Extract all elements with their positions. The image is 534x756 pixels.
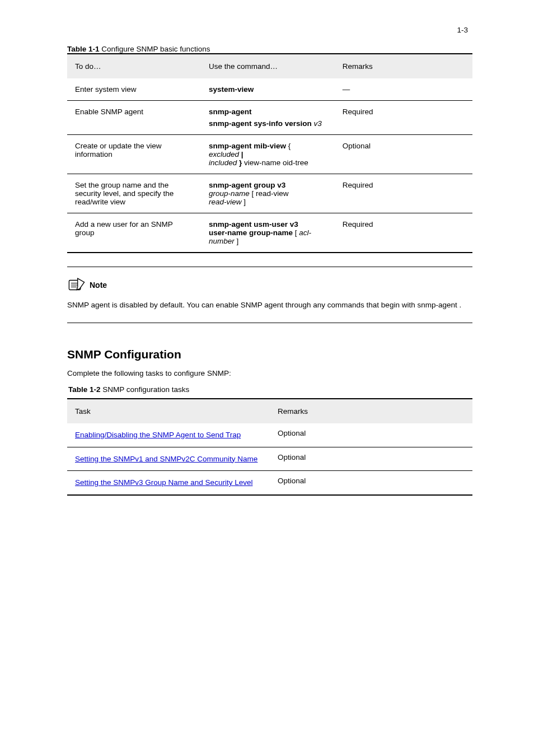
link-group[interactable]: Setting the SNMPv3 Group Name and Securi…	[75, 478, 252, 487]
table-row: Enter system view system-view —	[67, 78, 472, 101]
col-to-do: To do…	[67, 54, 201, 78]
table-row: Set the group name and the security leve…	[67, 174, 472, 213]
table-row: Create or update the view information sn…	[67, 135, 472, 174]
cell: Optional	[270, 471, 472, 495]
table-row: Enable SNMP agent snmp-agent snmp-agent …	[67, 101, 472, 135]
link-snmp-agent[interactable]: Enabling/Disabling the SNMP Agent to Sen…	[75, 431, 241, 439]
cell: Optional	[270, 447, 472, 471]
table-row: Enabling/Disabling the SNMP Agent to Sen…	[67, 423, 472, 447]
cell: Enter system view	[67, 78, 201, 101]
page-number: 1-3	[457, 26, 468, 34]
cell: Set the group name and the security leve…	[67, 174, 201, 213]
table-header-row: Task Remarks	[67, 399, 472, 423]
section-lead: Complete the following tasks to configur…	[67, 369, 472, 377]
cell: system-view	[201, 78, 335, 101]
cell: Required	[335, 213, 472, 253]
cell: —	[335, 78, 472, 101]
cell: Add a new user for an SNMP group	[67, 213, 201, 253]
cell: snmp-agent mib-view { excluded | include…	[201, 135, 335, 174]
cell: snmp-agent usm-user v3 user-name group-n…	[201, 213, 335, 253]
note-icon	[67, 277, 86, 293]
table2-caption: Table 1-2 SNMP configuration tasks	[67, 385, 472, 398]
col-use: Use the command…	[201, 54, 335, 78]
cell: Enable SNMP agent	[67, 101, 201, 135]
cell: Optional	[270, 423, 472, 447]
cell: Create or update the view information	[67, 135, 201, 174]
tasks-table: Task Remarks Enabling/Disabling the SNMP…	[67, 398, 472, 496]
divider	[67, 323, 472, 323]
table-row: Add a new user for an SNMP group snmp-ag…	[67, 213, 472, 253]
cell: Enabling/Disabling the SNMP Agent to Sen…	[67, 423, 270, 447]
col-task: Task	[67, 399, 270, 423]
note-label: Note	[90, 281, 107, 290]
note-text: SNMP agent is disabled by default. You c…	[67, 296, 472, 323]
cell: snmp-agent group v3 group-name [ read-vi…	[201, 174, 335, 213]
cell: Optional	[335, 135, 472, 174]
cell: Required	[335, 174, 472, 213]
col-remarks: Remarks	[270, 399, 472, 423]
cell: Setting the SNMPv1 and SNMPv2C Community…	[67, 447, 270, 471]
link-community[interactable]: Setting the SNMPv1 and SNMPv2C Community…	[75, 455, 257, 463]
table-header-row: To do… Use the command… Remarks	[67, 54, 472, 78]
note-block: Note SNMP agent is disabled by default. …	[67, 267, 472, 323]
col-remarks: Remarks	[335, 54, 472, 78]
config-table: To do… Use the command… Remarks Enter sy…	[67, 53, 472, 253]
table-row: Setting the SNMPv1 and SNMPv2C Community…	[67, 447, 472, 471]
cell: Setting the SNMPv3 Group Name and Securi…	[67, 471, 270, 495]
cell: Required	[335, 101, 472, 135]
table-row: Setting the SNMPv3 Group Name and Securi…	[67, 471, 472, 495]
cell: snmp-agent snmp-agent sys-info version v…	[201, 101, 335, 135]
table1-caption: Table 1-1 Configure SNMP basic functions	[67, 45, 472, 53]
section-heading: SNMP Configuration	[67, 348, 472, 361]
